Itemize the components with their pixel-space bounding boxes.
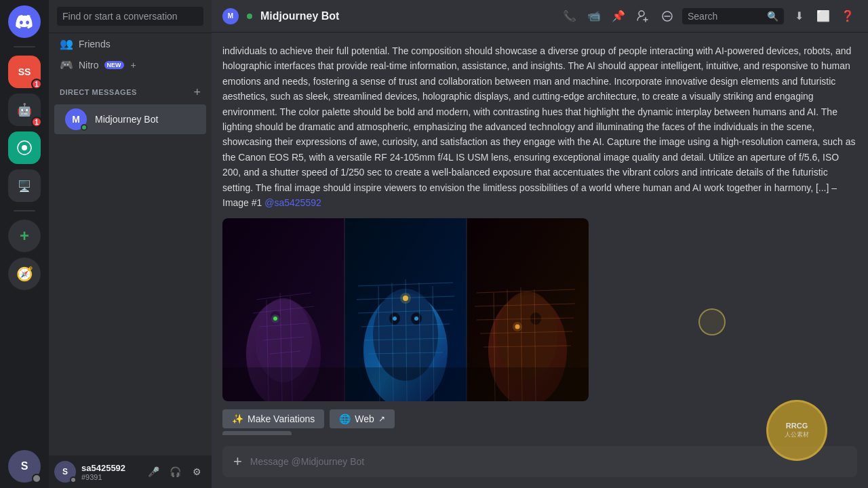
- user-avatar: S: [54, 461, 76, 483]
- nitro-icon: 🎮: [60, 58, 73, 71]
- headphone-button[interactable]: 🎧: [165, 462, 184, 481]
- explore-servers-button[interactable]: 🧭: [8, 258, 41, 290]
- watermark: RRCG 人公素材: [766, 400, 827, 461]
- username: sa5425592: [81, 463, 138, 473]
- server-icon-3[interactable]: [8, 131, 41, 164]
- svg-rect-54: [222, 367, 589, 401]
- window-icon[interactable]: ⬜: [814, 7, 833, 26]
- friends-label: Friends: [79, 39, 111, 49]
- svg-point-39: [497, 291, 558, 380]
- svg-point-1: [22, 145, 27, 150]
- web-button[interactable]: 🌐 Web ↗: [330, 409, 395, 428]
- chat-title: Midjourney Bot: [260, 10, 339, 22]
- web-icon: 🌐: [339, 413, 351, 424]
- help-icon[interactable]: ❓: [838, 7, 857, 26]
- make-variations-button[interactable]: ✨ Make Variations: [222, 409, 324, 428]
- message-input-box: +: [222, 446, 857, 477]
- user-avatar-server: S: [8, 450, 41, 483]
- sidebar-search-area: [49, 0, 212, 33]
- midjourney-online-indicator: [81, 124, 87, 131]
- search-box[interactable]: Search 🔍: [682, 8, 784, 24]
- pin-icon[interactable]: 📌: [609, 7, 628, 26]
- add-friend-icon[interactable]: [633, 7, 652, 26]
- server-icon-4[interactable]: 🖥️: [8, 169, 41, 202]
- midjourney-name: Midjourney Bot: [95, 114, 158, 125]
- user-panel: S sa5425592 #9391 🎤 🎧 ⚙: [49, 455, 212, 488]
- server-icon-2[interactable]: 🤖 1: [8, 94, 41, 126]
- messages-area[interactable]: individuals to achieve their full potent…: [212, 33, 868, 435]
- search-icon: 🔍: [767, 11, 778, 22]
- svg-point-37: [400, 293, 411, 304]
- dm-item-midjourney[interactable]: M Midjourney Bot: [54, 104, 206, 134]
- variations-label: Make Variations: [248, 413, 315, 424]
- user-controls: 🎤 🎧 ⚙: [144, 462, 206, 481]
- watermark-circle: RRCG 人公素材: [766, 400, 827, 461]
- sidebar-item-friends[interactable]: 👥 Friends: [49, 33, 212, 54]
- svg-point-18: [271, 314, 279, 323]
- svg-point-35: [414, 317, 418, 321]
- nitro-plus-icon: +: [131, 60, 136, 70]
- discord-home-button[interactable]: [8, 5, 41, 38]
- svg-point-34: [393, 317, 397, 321]
- dm-add-button[interactable]: +: [193, 86, 201, 98]
- sidebar-item-nitro[interactable]: 🎮 Nitro NEW +: [49, 54, 212, 75]
- chat-online-dot: [247, 14, 252, 19]
- watermark-text: RRCG: [786, 422, 808, 430]
- nitro-label: Nitro: [79, 60, 99, 70]
- nitro-new-badge: NEW: [104, 61, 124, 69]
- server-badge-1: 1: [31, 79, 42, 89]
- server-badge-2: 1: [31, 117, 42, 127]
- call-icon[interactable]: 📞: [560, 7, 579, 26]
- user-info: sa5425592 #9391: [81, 463, 138, 481]
- friends-icon: 👥: [60, 37, 73, 50]
- top-bar: M Midjourney Bot 📞 📹 📌 Search 🔍: [212, 0, 868, 33]
- channel-sidebar: 👥 Friends 🎮 Nitro NEW + DIRECT MESSAGES …: [49, 0, 212, 488]
- sidebar-search-input[interactable]: [57, 7, 203, 26]
- server-divider-2: [14, 210, 35, 211]
- external-link-icon: ↗: [378, 414, 385, 424]
- message-body: individuals to achieve their full potent…: [222, 43, 857, 210]
- settings-button[interactable]: ⚙: [187, 462, 206, 481]
- message-input[interactable]: [250, 456, 846, 467]
- web-label: Web: [355, 413, 374, 424]
- variations-icon: ✨: [232, 413, 243, 424]
- server-icon-1[interactable]: SS 1: [8, 56, 41, 88]
- action-buttons: ✨ Make Variations 🌐 Web ↗: [222, 409, 857, 428]
- ai-generated-image: [222, 218, 589, 401]
- search-placeholder: Search: [688, 11, 763, 22]
- message-text-content: individuals to achieve their full potent…: [222, 45, 856, 208]
- svg-point-51: [513, 322, 522, 331]
- watermark-subtext: 人公素材: [785, 430, 809, 439]
- mention-tag: @sa5425592: [264, 197, 321, 208]
- chat-avatar: M: [222, 8, 239, 24]
- server-bar: SS 1 🤖 1 🖥️ + 🧭 S: [0, 0, 49, 488]
- attachment-button[interactable]: +: [233, 453, 242, 470]
- add-server-button[interactable]: +: [8, 220, 41, 252]
- dm-header-label: DIRECT MESSAGES: [60, 88, 137, 96]
- server-divider: [14, 46, 35, 47]
- microphone-button[interactable]: 🎤: [144, 462, 163, 481]
- midjourney-avatar: M: [65, 108, 87, 130]
- user-tag: #9391: [81, 473, 138, 481]
- inbox-icon[interactable]: ⬇: [789, 7, 808, 26]
- ai-image-container: [222, 218, 589, 401]
- top-bar-icons: 📞 📹 📌 Search 🔍 ⬇ ⬜ ❓: [560, 7, 857, 26]
- video-icon[interactable]: 📹: [585, 7, 604, 26]
- suppress-icon[interactable]: [658, 7, 677, 26]
- dm-header: DIRECT MESSAGES +: [49, 75, 212, 104]
